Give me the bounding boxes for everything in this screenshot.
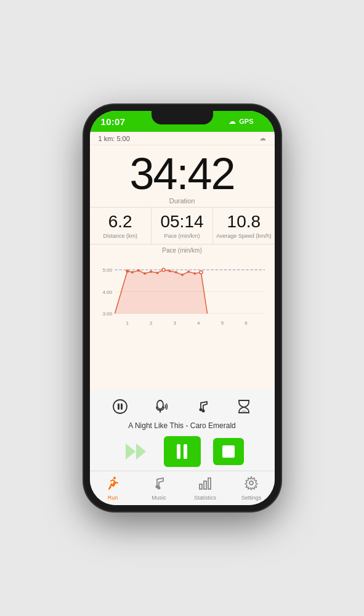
tab-settings[interactable]: Settings [229,471,275,505]
tab-run-label: Run [108,495,118,501]
svg-text:3: 3 [173,320,176,326]
tab-music-label: Music [152,495,166,501]
svg-point-19 [156,272,158,274]
pause-interval-icon[interactable] [109,395,131,418]
svg-point-42 [249,481,253,485]
music-tab-icon [152,476,166,493]
svg-rect-41 [208,478,211,489]
svg-point-38 [158,487,161,490]
chart-section: Pace (min/km) 5:00 4:00 3:00 [90,245,275,389]
svg-point-24 [187,270,190,273]
controls-section: A Night Like This - Caro Emerald [90,389,275,471]
svg-point-21 [168,270,171,272]
svg-point-18 [150,270,152,273]
svg-point-27 [113,400,127,413]
svg-point-16 [137,269,139,272]
svg-point-33 [202,410,205,413]
notch [152,111,213,124]
stat-pace: 05:14 Pace (min/km) [152,208,213,244]
svg-point-15 [131,271,133,274]
gps-label: GPS [239,118,253,125]
gps-signal-bars [257,117,264,126]
pause-bar-left [177,444,180,459]
stat-distance-label: Distance (km) [103,233,137,239]
statistics-icon [198,476,212,493]
timer-label: Duration [169,197,195,205]
svg-point-25 [193,272,196,275]
pause-button[interactable] [164,436,201,467]
svg-rect-40 [204,481,206,489]
svg-text:4:00: 4:00 [102,289,112,294]
stat-speed-value: 10.8 [227,213,261,232]
svg-rect-39 [200,484,202,489]
stats-row: 6.2 Distance (km) 05:14 Pace (min/km) 10… [90,207,275,245]
stop-button[interactable] [213,438,244,465]
svg-text:4: 4 [197,320,200,326]
phone-frame: 10:07 ☁ GPS 1 km: 5:00 ☁ 34:42 [84,105,281,511]
info-bar: 1 km: 5:00 ☁ [90,132,275,145]
svg-rect-29 [121,403,123,410]
tab-run[interactable]: Run [90,471,136,505]
cloud-small-icon: ☁ [259,134,266,142]
svg-point-23 [180,274,183,276]
svg-text:6: 6 [245,320,248,326]
timer-section: 34:42 Duration [90,145,275,207]
skip-button[interactable] [121,438,152,465]
stat-pace-label: Pace (min/km) [164,233,200,239]
tab-bar: Run Music [90,471,275,505]
control-icons-row [90,395,275,418]
tab-settings-label: Settings [241,495,262,501]
now-playing-text: A Night Like This - Caro Emerald [90,421,275,430]
svg-text:3:00: 3:00 [102,311,112,317]
stop-square [222,445,235,458]
svg-point-30 [157,400,163,409]
music-note-icon[interactable] [192,395,214,418]
chart-label: Pace (min/km) [95,247,270,254]
svg-point-17 [144,272,146,275]
svg-point-36 [113,477,116,479]
main-area: 34:42 Duration 6.2 Distance (km) 05:14 P… [90,145,275,389]
timer-value: 34:42 [129,152,234,196]
pause-bar-right [184,444,187,459]
svg-point-14 [126,269,129,272]
voice-icon[interactable] [150,395,172,418]
svg-text:5:00: 5:00 [102,267,112,273]
svg-point-22 [174,271,177,274]
playback-row [90,436,275,467]
pace-chart: 5:00 4:00 3:00 1 2 [95,255,270,329]
gps-area: ☁ [259,134,266,142]
status-right: ☁ GPS [229,117,263,126]
svg-point-26 [199,270,202,274]
stat-speed-label: Average Speed (km/h) [216,233,272,239]
svg-text:1: 1 [126,320,129,326]
tab-statistics-label: Statistics [194,495,216,501]
tab-music[interactable]: Music [136,471,182,505]
tab-statistics[interactable]: Statistics [182,471,229,505]
stat-speed: 10.8 Average Speed (km/h) [213,208,274,244]
svg-point-20 [162,268,165,271]
run-icon [105,476,120,493]
settings-icon [244,476,259,493]
stat-distance-value: 6.2 [108,213,132,232]
svg-rect-28 [118,403,119,410]
svg-text:5: 5 [220,320,224,326]
stat-pace-value: 05:14 [160,213,203,232]
cloud-icon: ☁ [229,117,236,126]
hourglass-icon[interactable] [233,395,255,418]
svg-text:2: 2 [150,320,153,326]
stat-distance: 6.2 Distance (km) [90,208,152,244]
chart-svg: 5:00 4:00 3:00 1 2 [95,255,270,329]
pace-info: 1 km: 5:00 [99,135,130,142]
status-time: 10:07 [101,116,126,127]
